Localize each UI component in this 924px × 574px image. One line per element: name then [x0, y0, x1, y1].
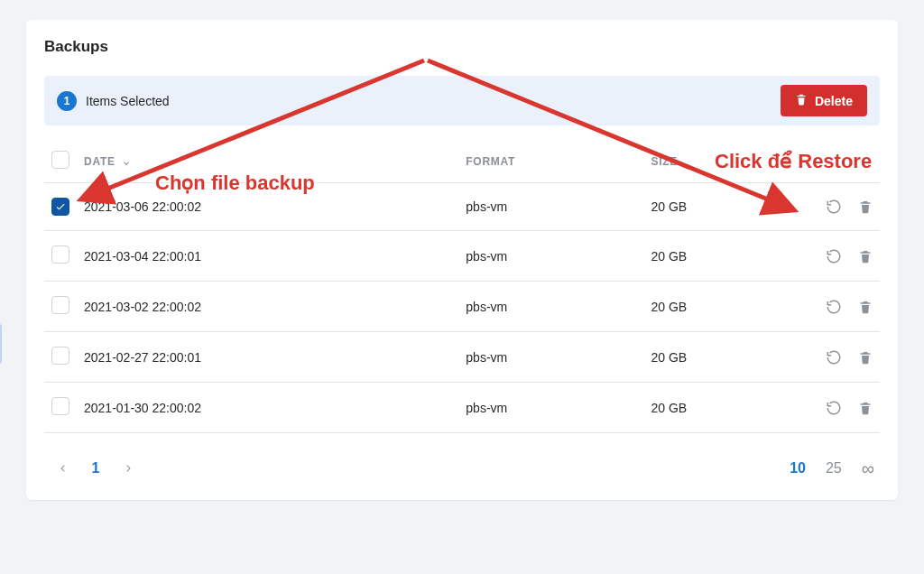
delete-icon[interactable]: [858, 300, 873, 314]
pagination-bar: 1 1025∞: [44, 451, 880, 482]
backups-panel: Backups 1 Items Selected Delete: [26, 20, 898, 500]
page-title: Backups: [44, 38, 880, 56]
cell-size: 20 GB: [643, 282, 790, 332]
table-row: 2021-02-27 22:00:01pbs-vm20 GB: [44, 332, 880, 383]
trash-icon: [795, 93, 808, 108]
selection-bar: 1 Items Selected Delete: [44, 76, 880, 125]
cell-size: 20 GB: [643, 383, 790, 433]
cell-size: 20 GB: [643, 332, 790, 383]
col-size-header[interactable]: SIZE: [643, 142, 790, 183]
cell-format: pbs-vm: [458, 282, 643, 332]
cell-format: pbs-vm: [458, 332, 643, 383]
delete-selected-button[interactable]: Delete: [781, 85, 867, 116]
cell-size: 20 GB: [643, 183, 790, 231]
table-row: 2021-03-02 22:00:02pbs-vm20 GB: [44, 282, 880, 332]
cell-size: 20 GB: [643, 231, 790, 282]
restore-icon[interactable]: [826, 349, 842, 366]
row-checkbox[interactable]: [51, 347, 69, 365]
row-checkbox[interactable]: [51, 296, 69, 314]
delete-icon[interactable]: [858, 249, 873, 264]
row-checkbox[interactable]: [51, 198, 69, 216]
selected-count-badge: 1: [57, 91, 77, 111]
table-row: 2021-01-30 22:00:02pbs-vm20 GB: [44, 383, 880, 433]
page-number[interactable]: 1: [82, 455, 109, 482]
delete-icon[interactable]: [858, 199, 873, 214]
next-page-button[interactable]: [115, 455, 142, 482]
backups-table: DATE FORMAT SIZE 2021-03-06 22:00:02pbs-…: [44, 142, 880, 433]
delete-icon[interactable]: [858, 401, 873, 415]
sort-down-icon: [121, 156, 132, 167]
restore-icon[interactable]: [826, 299, 842, 315]
page-size-option[interactable]: 25: [826, 460, 842, 477]
page-size-option[interactable]: 10: [790, 460, 806, 477]
cell-date: 2021-01-30 22:00:02: [77, 383, 458, 433]
prev-page-button[interactable]: [50, 455, 77, 482]
restore-icon[interactable]: [826, 199, 842, 215]
col-format-header[interactable]: FORMAT: [458, 142, 643, 183]
cell-format: pbs-vm: [458, 183, 643, 231]
restore-icon[interactable]: [826, 400, 842, 416]
selected-label: Items Selected: [86, 94, 170, 108]
delete-icon[interactable]: [858, 350, 873, 365]
cell-date: 2021-03-04 22:00:01: [77, 231, 458, 282]
table-row: 2021-03-04 22:00:01pbs-vm20 GB: [44, 231, 880, 282]
restore-icon[interactable]: [826, 248, 842, 264]
delete-selected-label: Delete: [815, 94, 853, 108]
cell-date: 2021-03-06 22:00:02: [77, 183, 458, 231]
row-checkbox[interactable]: [51, 245, 69, 264]
page-size-option[interactable]: ∞: [862, 459, 874, 477]
cell-format: pbs-vm: [458, 231, 643, 282]
cell-date: 2021-02-27 22:00:01: [77, 332, 458, 383]
side-handle: [0, 324, 2, 364]
table-row: 2021-03-06 22:00:02pbs-vm20 GB: [44, 183, 880, 231]
select-all-checkbox[interactable]: [51, 151, 69, 169]
cell-date: 2021-03-02 22:00:02: [77, 282, 458, 332]
col-date-header[interactable]: DATE: [84, 155, 116, 168]
row-checkbox[interactable]: [51, 397, 69, 415]
cell-format: pbs-vm: [458, 383, 643, 433]
